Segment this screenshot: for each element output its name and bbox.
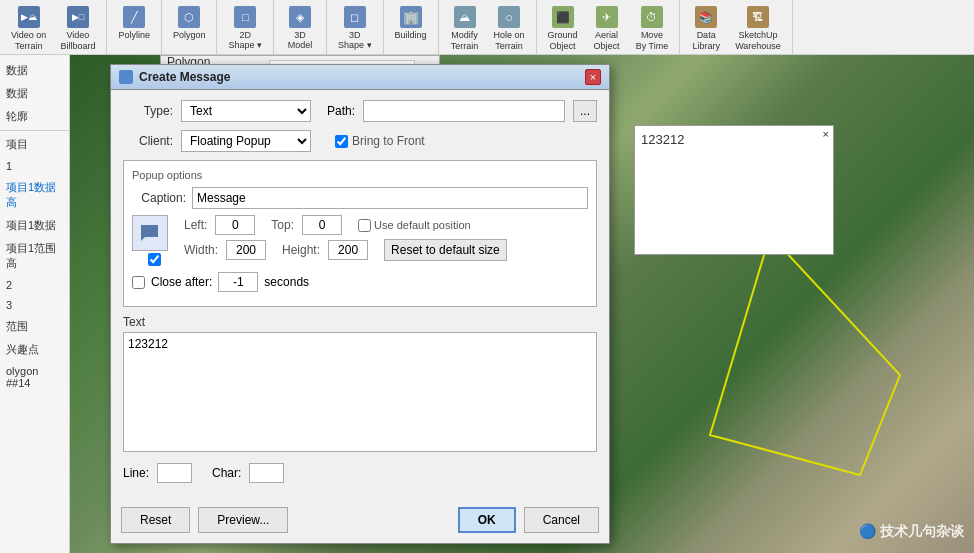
sidebar-item-project[interactable]: 项目 [0,133,69,156]
ground-object-button[interactable]: ⬛ GroundObject [543,4,583,54]
popup-preview-close-btn[interactable]: × [823,128,829,140]
sidebar-item-3[interactable]: 3 [0,295,69,315]
type-select[interactable]: Text HTML URL [181,100,311,122]
char-value-box [249,463,284,483]
ok-button[interactable]: OK [458,507,516,533]
dialog-titlebar: Create Message × [111,65,609,90]
dialog-title: Create Message [139,70,230,84]
left-top-row: Left: Top: Use default position [184,215,588,235]
left-input[interactable] [215,215,255,235]
modify-terrain-button[interactable]: ⛰ ModifyTerrain [445,4,485,54]
bring-to-front-label: Bring to Front [335,134,425,148]
path-input[interactable] [363,100,565,122]
use-default-text: Use default position [374,219,471,231]
icon-checkbox[interactable] [148,253,161,266]
2d-shape-button[interactable]: □ 2DShape ▾ [223,4,267,52]
bring-to-front-checkbox[interactable] [335,135,348,148]
sidebar-item-range[interactable]: 范围 [0,315,69,338]
video-on-terrain-label: Video onTerrain [11,30,46,52]
line-char-row: Line: Char: [123,463,597,483]
sidebar-divider-1 [0,130,69,131]
toolbar-group-terrain: ⛰ ModifyTerrain ○ Hole onTerrain Terrain… [439,0,537,54]
sidebar-item-project1-data-high[interactable]: 项目1数据高 [0,176,69,214]
bring-to-front-text: Bring to Front [352,134,425,148]
popup-options-box: Popup options Caption: [123,160,597,307]
cancel-button[interactable]: Cancel [524,507,599,533]
dialog-body: Type: Text HTML URL Path: ... Client: Fl… [111,90,609,501]
width-height-row: Width: Height: Reset to default size [184,239,588,261]
reset-default-size-button[interactable]: Reset to default size [384,239,507,261]
sidebar: 数据 数据 轮廓 项目 1 项目1数据高 项目1数据 项目1范围高 2 3 范围… [0,55,70,553]
toolbar-group-3d-model: ◈ 3DModel . [274,0,327,54]
hole-on-terrain-label: Hole onTerrain [494,30,525,52]
sidebar-item-contour[interactable]: 轮廓 [0,105,69,128]
sidebar-item-2[interactable]: 2 [0,275,69,295]
footer-left: Reset Preview... [121,507,288,533]
dialog-icon [119,70,133,84]
sidebar-item-poi[interactable]: 兴趣点 [0,338,69,361]
watermark-text: 🔵 技术几句杂谈 [859,523,964,541]
chat-icon [138,221,162,245]
building-label: Building [395,30,427,40]
aerial-object-label: AerialObject [594,30,620,52]
sidebar-item-polygon14[interactable]: olygon ##14 [0,361,69,393]
sidebar-item-1[interactable]: 1 [0,156,69,176]
sidebar-item-project1-range[interactable]: 项目1范围高 [0,237,69,275]
video-on-terrain-button[interactable]: ▶⛰ Video onTerrain [6,4,51,54]
top-input[interactable] [302,215,342,235]
height-input[interactable] [328,240,368,260]
sketchup-warehouse-label: SketchUpWarehouse [735,30,781,52]
line-value-box [157,463,192,483]
sidebar-item-data1[interactable]: 数据 [0,59,69,82]
reset-button[interactable]: Reset [121,507,190,533]
video-billboard-button[interactable]: ▶□ VideoBillboard [55,4,100,54]
3d-model-button[interactable]: ◈ 3DModel [280,4,320,52]
text-textarea[interactable] [123,332,597,452]
close-after-row: Close after: seconds [132,272,588,292]
preview-button[interactable]: Preview... [198,507,288,533]
data-library-button[interactable]: 📚 DataLibrary [686,4,726,54]
close-after-label: Close after: [151,275,212,289]
dialog-footer: Reset Preview... OK Cancel [111,501,609,543]
close-after-input[interactable] [218,272,258,292]
dialog-close-button[interactable]: × [585,69,601,85]
sidebar-item-project1-data[interactable]: 项目1数据 [0,214,69,237]
top-label: Top: [271,218,294,232]
width-label: Width: [184,243,218,257]
text-section: Text [123,315,597,455]
width-input[interactable] [226,240,266,260]
modify-terrain-label: ModifyTerrain [451,30,479,52]
left-label: Left: [184,218,207,232]
polyline-button[interactable]: ╱ Polyline [113,4,155,42]
type-label: Type: [123,104,173,118]
polygon-button[interactable]: ⬡ Polygon [168,4,211,42]
toolbar-group-libraries: 📚 DataLibrary 🏗 SketchUpWarehouse Librar… [680,0,793,54]
sketchup-warehouse-button[interactable]: 🏗 SketchUpWarehouse [730,4,786,54]
position-fields: Left: Top: Use default position Width: [184,215,588,265]
close-after-checkbox[interactable] [132,276,145,289]
move-by-time-button[interactable]: ⏱ MoveBy Time [631,4,674,54]
path-label: Path: [327,104,355,118]
use-default-checkbox[interactable] [358,219,371,232]
dialog-titlebar-left: Create Message [119,70,230,84]
toolbar-group-building: 🏢 Building . [384,0,439,54]
polygon-label: Polygon [173,30,206,40]
toolbar-group-polyline: ╱ Polyline . [107,0,162,54]
caption-label: Caption: [132,191,186,205]
hole-on-terrain-button[interactable]: ○ Hole onTerrain [489,4,530,54]
toolbar-group-video: ▶⛰ Video onTerrain ▶□ VideoBillboard Vid… [0,0,107,54]
path-browse-button[interactable]: ... [573,100,597,122]
sidebar-item-data2[interactable]: 数据 [0,82,69,105]
building-button[interactable]: 🏢 Building [390,4,432,42]
toolbar-group-3d-shape: ◻ 3DShape ▾ . [327,0,384,54]
caption-input[interactable] [192,187,588,209]
toolbar: ▶⛰ Video onTerrain ▶□ VideoBillboard Vid… [0,0,974,55]
3d-shape-button[interactable]: ◻ 3DShape ▾ [333,4,377,52]
toolbar-group-2d-shape: □ 2DShape ▾ 2d_shape [217,0,274,54]
aerial-object-button[interactable]: ✈ AerialObject [587,4,627,54]
footer-right: OK Cancel [458,507,599,533]
client-select[interactable]: Floating Popup Internal Browser External… [181,130,311,152]
height-label: Height: [282,243,320,257]
text-area-wrap [123,332,597,455]
client-label: Client: [123,134,173,148]
